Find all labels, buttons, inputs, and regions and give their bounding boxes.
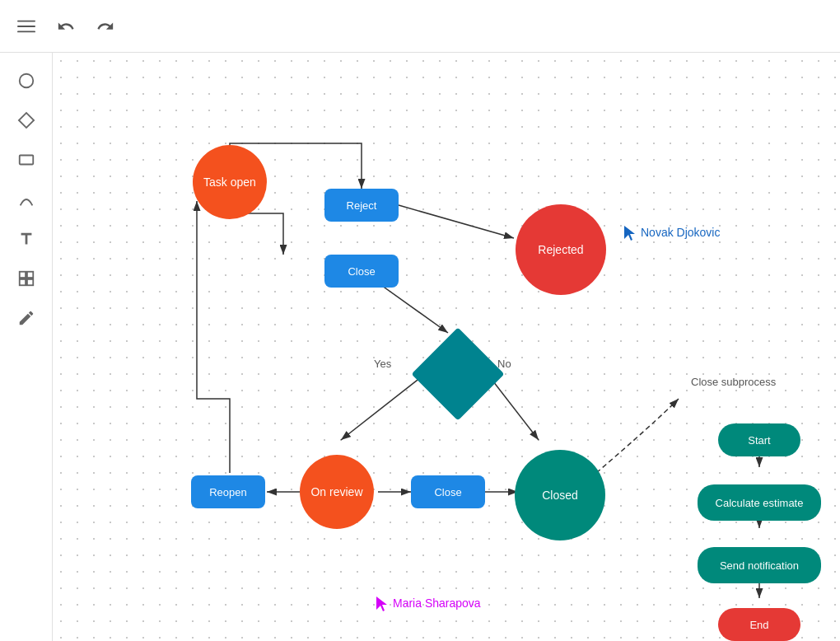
- novak-name: Novak Djokovic: [641, 226, 720, 239]
- svg-point-3: [19, 74, 33, 88]
- redo-button[interactable]: [92, 13, 119, 40]
- close-bottom-node[interactable]: Close: [411, 475, 485, 508]
- svg-marker-16: [376, 597, 387, 611]
- yes-label: Yes: [374, 358, 391, 370]
- select-tool[interactable]: [12, 264, 41, 293]
- maria-name: Maria Sharapova: [393, 597, 481, 610]
- task-open-node[interactable]: Task open: [193, 145, 267, 219]
- reopen-node[interactable]: Reopen: [191, 475, 265, 508]
- close-subprocess-label: Close subprocess: [691, 376, 776, 388]
- svg-rect-2: [17, 30, 35, 32]
- left-sidebar: [0, 53, 53, 641]
- curve-tool[interactable]: [12, 185, 41, 214]
- closed-node[interactable]: Closed: [515, 450, 605, 540]
- svg-rect-7: [26, 272, 32, 278]
- end-node[interactable]: End: [718, 608, 800, 641]
- svg-rect-0: [17, 20, 35, 21]
- pen-tool[interactable]: [12, 303, 41, 333]
- svg-rect-9: [26, 279, 32, 285]
- maria-cursor: Maria Sharapova: [376, 597, 481, 613]
- rejected-node[interactable]: Rejected: [516, 204, 606, 295]
- text-tool[interactable]: [12, 224, 41, 254]
- calculate-estimate-node[interactable]: Calculate estimate: [698, 484, 821, 521]
- undo-button[interactable]: [53, 13, 79, 40]
- menu-button[interactable]: [13, 13, 40, 40]
- no-label: No: [497, 358, 511, 370]
- diamond-tool[interactable]: [12, 105, 41, 135]
- svg-rect-4: [18, 113, 33, 128]
- novak-cursor: Novak Djokovic: [624, 226, 720, 242]
- send-notification-node[interactable]: Send notification: [698, 547, 821, 583]
- svg-marker-15: [624, 226, 635, 241]
- svg-rect-5: [19, 156, 33, 165]
- on-review-node[interactable]: On review: [300, 455, 374, 529]
- close-top-node[interactable]: Close: [324, 255, 399, 288]
- toolbar: [0, 0, 840, 53]
- svg-rect-8: [19, 279, 25, 285]
- circle-tool[interactable]: [12, 66, 41, 96]
- svg-rect-6: [19, 272, 25, 278]
- start-node[interactable]: Start: [718, 423, 800, 456]
- diagram-canvas[interactable]: Task open Reject Close Rejected Need rev…: [53, 53, 840, 641]
- reject-node[interactable]: Reject: [324, 189, 399, 222]
- maria-cursor-icon: [376, 597, 390, 613]
- need-review-node[interactable]: Need review: [425, 341, 491, 407]
- svg-rect-1: [17, 26, 35, 27]
- novak-cursor-icon: [624, 226, 637, 242]
- rect-tool[interactable]: [12, 145, 41, 175]
